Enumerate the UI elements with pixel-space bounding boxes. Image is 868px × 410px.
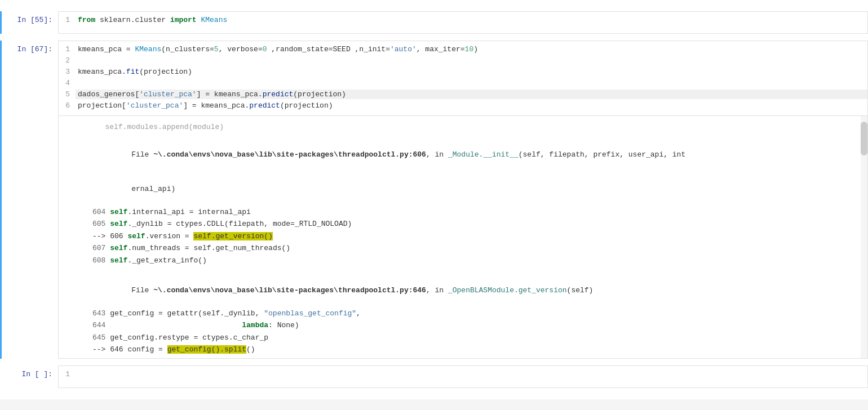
line-number: 1 <box>59 15 76 24</box>
traceback-file-1b: ernal_api) <box>70 172 861 206</box>
output-scroll[interactable]: self.modules.append(module) File ~\.cond… <box>59 116 867 358</box>
line-number: 3 <box>59 67 76 76</box>
traceback-code-644: 644 lambda: None) <box>92 320 861 331</box>
traceback-faded-line: self.modules.append(module) <box>70 122 861 133</box>
traceback-code-607: 607 self.num_threads = self.get_num_thre… <box>92 243 861 254</box>
scrollbar-thumb[interactable] <box>861 122 867 155</box>
cell-content-67[interactable]: 1 kmeans_pca = KMeans(n_clusters=5, verb… <box>58 41 868 359</box>
line-code[interactable]: projection['cluster_pca'] = kmeans_pca.p… <box>76 101 867 110</box>
code-area-empty: 1 <box>59 366 867 384</box>
code-line-5: 5 dados_generos['cluster_pca'] = kmeans_… <box>59 90 867 101</box>
keyword-from: from <box>78 16 95 24</box>
cell-empty: In [ ]: 1 <box>0 366 868 388</box>
line-code[interactable]: from sklearn.cluster import KMeans <box>76 15 867 25</box>
traceback-code-646: --> 646 config = get_config().split() <box>92 344 861 355</box>
cell-content-55[interactable]: 1 from sklearn.cluster import KMeans <box>58 11 868 34</box>
line-number: 2 <box>59 56 76 65</box>
line-number: 1 <box>59 44 76 54</box>
code-line-4: 4 <box>59 78 867 90</box>
output-area: self.modules.append(module) File ~\.cond… <box>59 115 867 358</box>
line-number: 6 <box>59 101 76 110</box>
line-code <box>76 56 867 65</box>
traceback-file-2: File ~\.conda\envs\nova_base\lib\site-pa… <box>70 274 861 307</box>
line-code[interactable]: kmeans_pca = KMeans(n_clusters=5, verbos… <box>76 44 867 54</box>
cell-label-55: In [55]: <box>2 11 58 34</box>
code-line-3: 3 kmeans_pca.fit(projection) <box>59 67 867 78</box>
traceback-code-647: 647 if config[0] == b"OpenBLAS": <box>92 356 861 359</box>
notebook: In [55]: 1 from sklearn.cluster import K… <box>0 0 868 399</box>
code-line-6: 6 projection['cluster_pca'] = kmeans_pca… <box>59 101 867 112</box>
traceback-code-608: 608 self._get_extra_info() <box>92 255 861 266</box>
class-kmeans: KMeans <box>201 16 227 24</box>
line-code[interactable]: dados_generos['cluster_pca'] = kmeans_pc… <box>76 90 867 99</box>
keyword-import: import <box>170 16 197 24</box>
code-line-empty: 1 <box>59 369 867 381</box>
traceback-code-604: 604 self.internal_api = internal_api <box>92 207 861 218</box>
code-area-55: 1 from sklearn.cluster import KMeans <box>59 12 867 30</box>
cell-label-67: In [67]: <box>2 41 58 359</box>
scrollbar-track[interactable] <box>861 116 867 358</box>
line-number: 4 <box>59 78 76 87</box>
traceback-file-1: File ~\.conda\envs\nova_base\lib\site-pa… <box>70 139 861 172</box>
cell-55: In [55]: 1 from sklearn.cluster import K… <box>0 11 868 34</box>
line-code[interactable]: kmeans_pca.fit(projection) <box>76 67 867 77</box>
line-number: 5 <box>59 90 76 99</box>
cell-content-empty[interactable]: 1 <box>58 366 868 388</box>
cell-67: In [67]: 1 kmeans_pca = KMeans(n_cluster… <box>0 41 868 359</box>
code-area-67: 1 kmeans_pca = KMeans(n_clusters=5, verb… <box>59 41 867 115</box>
line-code <box>76 78 867 88</box>
code-line-1: 1 from sklearn.cluster import KMeans <box>59 15 867 26</box>
line-code-empty[interactable] <box>76 369 867 379</box>
line-number: 1 <box>59 369 76 378</box>
cell-label-empty: In [ ]: <box>2 366 58 388</box>
code-line-1: 1 kmeans_pca = KMeans(n_clusters=5, verb… <box>59 44 867 56</box>
traceback-code-645: 645 get_config.restype = ctypes.c_char_p <box>92 332 861 344</box>
code-line-2: 2 <box>59 56 867 67</box>
traceback-code-643: 643 get_config = getattr(self._dynlib, "… <box>92 308 861 319</box>
traceback-code-606: --> 606 self.version = self.get_version(… <box>92 231 861 242</box>
traceback-code-605: 605 self._dynlib = ctypes.CDLL(filepath,… <box>92 219 861 230</box>
output-content: self.modules.append(module) File ~\.cond… <box>59 116 867 358</box>
